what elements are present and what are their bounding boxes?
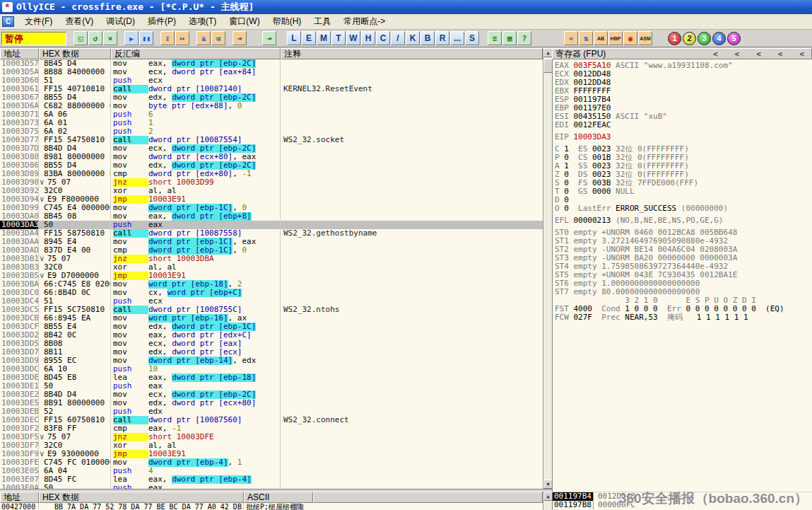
pane-chevron-icon-1[interactable]: <: [713, 50, 718, 59]
disasm-row[interactable]: 10003D94∨E9 F8000000jmp10003E91: [0, 195, 543, 204]
disasm-row[interactable]: 10003DCB66:8945 EAmovword ptr [ebp-16], …: [0, 314, 543, 323]
appearance-button[interactable]: ▦: [502, 31, 517, 45]
register-line[interactable]: FCW 027F Prec NEAR,53 掩码 1 1 1 1 1 1: [553, 313, 812, 322]
pane-chevron-icon-5[interactable]: <: [799, 50, 804, 59]
highlight-scheme-3-button[interactable]: 3: [698, 32, 711, 45]
help-button[interactable]: ?: [517, 31, 531, 45]
memory-panel-button[interactable]: M: [317, 31, 331, 45]
disasm-row[interactable]: 10003D5A8B88 84000000movecx, dword ptr […: [0, 68, 543, 76]
pane-chevron-icon-3[interactable]: <: [756, 50, 761, 59]
register-line[interactable]: O 0 LastErr ERROR_SUCCESS (00000000): [553, 204, 812, 213]
dump-row[interactable]: 00427000 BB 7A DA 77 52 78 DA 77 BE BC D…: [0, 503, 543, 510]
menu-item-window[interactable]: 窗口(W): [223, 14, 266, 29]
disasm-row[interactable]: 10003D736A 01push1: [0, 119, 543, 127]
disasm-row[interactable]: 10003DE28B4D D4movecx, dword ptr [ebp-2C…: [0, 390, 543, 399]
disasm-row[interactable]: 10003D6051pushecx: [0, 76, 543, 85]
last-target-button[interactable]: ◉: [623, 31, 637, 45]
pause-button[interactable]: ▮▮: [139, 31, 153, 45]
disassembly-panel[interactable]: 10003D578B45 D4moveax, dword ptr [ebp-2C…: [0, 59, 543, 489]
disasm-row[interactable]: 10003D808981 80000000movdword ptr [ecx+8…: [0, 153, 543, 161]
disasm-row[interactable]: 10003DF9∨E9 93000000jmp10003E91: [0, 450, 543, 458]
disasm-scrollbar[interactable]: ▲ ▼: [543, 48, 552, 489]
disasm-row[interactable]: 10003DD98955 ECmovdword ptr [ebp-14], ed…: [0, 357, 543, 365]
asm-edit-button[interactable]: ASM: [638, 31, 652, 45]
call-stack-panel-button[interactable]: K: [406, 31, 420, 45]
disasm-row[interactable]: 10003DDE8D45 E8leaeax, dword ptr [ebp-18…: [0, 373, 543, 382]
jump-back-button[interactable]: «: [564, 31, 578, 45]
menu-item-tools[interactable]: 工具: [307, 14, 337, 29]
threads-panel-button[interactable]: T: [331, 31, 346, 45]
disasm-row[interactable]: 10003DCF8B55 E4movedx, dword ptr [ebp-1C…: [0, 323, 543, 331]
ab-compare-button[interactable]: AB: [594, 31, 608, 45]
dump-scrollbar[interactable]: ▲: [543, 492, 552, 510]
handles-panel-button[interactable]: H: [361, 31, 375, 45]
disasm-row[interactable]: 10003D578B45 D4moveax, dword ptr [ebp-2C…: [0, 59, 543, 68]
disasm-row[interactable]: 10003D756A 02push2: [0, 127, 543, 136]
close-program-button[interactable]: ×: [103, 31, 117, 45]
cpu-panel-button[interactable]: C: [376, 31, 390, 45]
dump-panel[interactable]: 00427000 BB 7A DA 77 52 78 DA 77 BE BC D…: [0, 503, 543, 510]
disasm-row[interactable]: 10003D90∨75 07jnzshort 10003D99: [0, 178, 543, 187]
highlight-scheme-2-button[interactable]: 2: [683, 32, 696, 45]
menu-item-plugins[interactable]: 插件(P): [141, 14, 182, 29]
disasm-row[interactable]: 10003D678B55 D4movedx, dword ptr [ebp-2C…: [0, 93, 543, 102]
disasm-row[interactable]: 10003DDC6A 10push10: [0, 365, 543, 373]
disasm-row[interactable]: 10003DFEC745 FC 01000000movdword ptr [eb…: [0, 458, 543, 467]
menu-item-file[interactable]: 文件(F): [18, 14, 59, 29]
open-file-button[interactable]: ◱: [73, 31, 88, 45]
highlight-scheme-4-button[interactable]: 4: [712, 32, 726, 45]
hardware-breakpoint-button[interactable]: HBP: [608, 31, 623, 45]
disasm-row[interactable]: 10003DB1∨75 07jnzshort 10003DBA: [0, 255, 543, 263]
step-into-button[interactable]: ↧: [160, 31, 175, 45]
disasm-row[interactable]: 10003E078D45 FCleaeax, dword ptr [ebp-4]: [0, 475, 543, 484]
pane-chevron-icon-2[interactable]: <: [735, 50, 740, 59]
mdi-child-icon[interactable]: C: [2, 16, 14, 27]
stack-row[interactable]: 001197B8000000FC: [553, 501, 812, 509]
executables-panel-button[interactable]: E: [302, 31, 316, 45]
disasm-row[interactable]: 10003D99C745 E4 00000000movdword ptr [eb…: [0, 204, 543, 212]
restart-button[interactable]: ↺: [88, 31, 102, 45]
log-panel-button[interactable]: L: [287, 31, 301, 45]
disasm-row[interactable]: 10003D9232C0xoral, al: [0, 187, 543, 195]
disasm-row[interactable]: 10003DF5∨75 07jnzshort 10003DFE: [0, 433, 543, 441]
disasm-row[interactable]: 10003D8983BA 80000000 FFcmpdword ptr [ed…: [0, 170, 543, 178]
menu-item-debug[interactable]: 调试(D): [100, 14, 141, 29]
disasm-row[interactable]: 10003D7D8B4D D4movecx, dword ptr [ebp-2C…: [0, 144, 543, 153]
disasm-row[interactable]: 10003DAA8945 E4movdword ptr [ebp-1C], ea…: [0, 238, 543, 246]
highlight-scheme-1-button[interactable]: 1: [668, 32, 681, 45]
disasm-row[interactable]: 10003D6AC682 88000000 00movbyte ptr [edx…: [0, 102, 543, 110]
register-line[interactable]: EFL 00000213 (NO,B,NE,BE,NS,PO,GE,G): [553, 216, 812, 225]
disasm-row[interactable]: 10003DB5∨E9 D7000000jmp10003E91: [0, 272, 543, 280]
registers-panel[interactable]: EAX 003F5A10 ASCII "www.a19931108.com"EC…: [552, 59, 812, 492]
disasm-row[interactable]: 10003D77FF15 54750810calldword ptr [1008…: [0, 136, 543, 144]
disasm-row[interactable]: 10003DA4FF15 58750810calldword ptr [1008…: [0, 229, 543, 238]
disasm-row[interactable]: 10003DEB52pushedx: [0, 407, 543, 416]
references-panel-button[interactable]: R: [435, 31, 449, 45]
disasm-row[interactable]: 10003DECFF15 60750810calldword ptr [1008…: [0, 416, 543, 424]
disasm-row[interactable]: 10003DD58B08movecx, dword ptr [eax]: [0, 340, 543, 348]
patches-panel-button[interactable]: /: [391, 31, 405, 45]
stack-row[interactable]: 001197B40012DD48: [553, 492, 812, 501]
breakpoints-panel-button[interactable]: B: [420, 31, 435, 45]
disasm-row[interactable]: 10003DE150pusheax: [0, 382, 543, 390]
register-line[interactable]: EIP 10003DA3: [553, 133, 812, 141]
disasm-row[interactable]: 10003DC451pushecx: [0, 297, 543, 306]
disasm-row[interactable]: 10003E0A50pusheax: [0, 484, 543, 489]
disasm-row[interactable]: 10003DD78B11movedx, dword ptr [ecx]: [0, 348, 543, 357]
run-trace-panel-button[interactable]: ...: [450, 31, 464, 45]
disasm-row[interactable]: 10003DD28B42 0Cmoveax, dword ptr [edx+C]: [0, 331, 543, 340]
menu-item-common-breakpoints[interactable]: 常用断点->: [337, 14, 392, 29]
disasm-row[interactable]: 10003DC5FF15 5C750810calldword ptr [1008…: [0, 306, 543, 314]
disasm-row[interactable]: 10003DA350pusheax: [0, 221, 543, 229]
disasm-row[interactable]: 10003DAD837D E4 00cmpdword ptr [ebp-1C],…: [0, 246, 543, 255]
run-button[interactable]: ▶: [124, 31, 139, 45]
menu-item-view[interactable]: 查看(V): [59, 14, 100, 29]
step-over-button[interactable]: ↦: [175, 31, 189, 45]
disasm-row[interactable]: 10003DBA66:C745 E8 0200movword ptr [ebp-…: [0, 280, 543, 289]
disasm-row[interactable]: 10003E056A 04push4: [0, 467, 543, 475]
register-line[interactable]: T 0 GS 0000 NULL: [553, 187, 812, 196]
until-return-button[interactable]: ⇥: [233, 31, 247, 45]
animate-into-button[interactable]: ⇊: [196, 31, 211, 45]
animate-over-button[interactable]: ⇉: [211, 31, 225, 45]
goto-address-button[interactable]: ⇥: [262, 31, 276, 45]
